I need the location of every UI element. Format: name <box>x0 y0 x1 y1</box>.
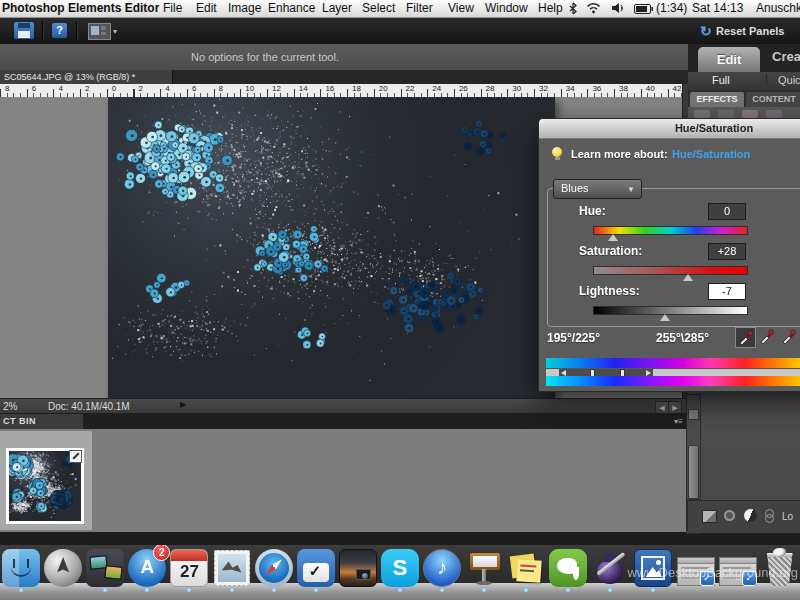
ruler-label: 10 <box>245 84 254 93</box>
dock: A227✓S♪✓✓ www.DesktopBackground.org <box>0 545 800 600</box>
reset-panels-icon[interactable]: ↻ <box>700 23 712 39</box>
effects-thumb-icon[interactable] <box>766 110 782 118</box>
tab-effects[interactable]: EFFECTS <box>690 92 744 107</box>
ink-icon[interactable] <box>590 548 630 588</box>
safari-icon[interactable] <box>254 548 294 588</box>
slider-value-lightness[interactable]: -7 <box>708 283 746 300</box>
eyedropper-icon[interactable] <box>735 327 756 348</box>
tab-quick[interactable]: Quick <box>778 74 800 86</box>
chevron-down-icon: ▼ <box>627 181 635 198</box>
finder-icon[interactable] <box>1 548 41 588</box>
reset-panels-button[interactable]: Reset Panels <box>716 25 784 37</box>
skype-icon[interactable]: S <box>380 548 420 588</box>
eyedropper-plus-icon[interactable] <box>757 327 776 346</box>
menu-select[interactable]: Select <box>362 1 395 16</box>
lock-label: Lo <box>782 511 793 522</box>
tab-create[interactable]: Create <box>772 49 800 64</box>
mask-icon[interactable] <box>724 510 735 521</box>
slider-label-hue: Hue: <box>579 204 606 218</box>
calendar-icon[interactable]: 27 <box>169 548 209 588</box>
scrollbar-thumb[interactable] <box>688 445 699 499</box>
new-layer-icon[interactable] <box>702 510 717 523</box>
mail-icon[interactable] <box>212 548 252 588</box>
menu-enhance[interactable]: Enhance <box>268 1 315 16</box>
menu-edit[interactable]: Edit <box>196 1 217 16</box>
itunes-icon[interactable]: ♪ <box>422 548 462 588</box>
keynote-icon[interactable] <box>464 548 504 588</box>
menu-file[interactable]: File <box>163 1 182 16</box>
tab-edit[interactable]: Edit <box>698 47 760 72</box>
slider-track[interactable] <box>593 266 748 275</box>
slider-thumb[interactable] <box>608 234 618 241</box>
wallpapers-icon[interactable] <box>85 548 125 588</box>
tool-options-message: No options for the current tool. <box>150 51 380 63</box>
wifi-icon[interactable] <box>586 2 601 18</box>
document-tab-bar: SC05644.JPG @ 13% (RGB/8) * <box>0 70 690 84</box>
running-indicator-light <box>397 588 403 592</box>
menu-bar: Photoshop Elements Editor FileEditImageE… <box>0 0 800 18</box>
document-image[interactable] <box>108 97 555 398</box>
stickies-icon[interactable] <box>506 548 546 588</box>
bluetooth-icon[interactable] <box>568 2 578 19</box>
watermark: www.DesktopBackground.org <box>627 565 798 580</box>
user-name[interactable]: Anuschk <box>756 1 800 16</box>
tab-full[interactable]: Full <box>712 74 730 86</box>
save-icon[interactable] <box>14 22 34 39</box>
hue-spectrum-top <box>546 358 800 368</box>
menu-window[interactable]: Window <box>485 1 528 16</box>
ruler-label: 6 <box>192 84 196 93</box>
panel-mode-tabs: Edit Create <box>688 44 800 72</box>
adjustment-layer-icon[interactable] <box>744 509 757 522</box>
project-bin <box>0 429 690 532</box>
ruler-label: 6 <box>32 84 36 93</box>
document-tab[interactable]: SC05644.JPG @ 13% (RGB/8) * <box>0 70 173 84</box>
volume-icon[interactable] <box>611 2 625 18</box>
effects-thumb-icon[interactable] <box>694 110 710 118</box>
app-menu-title[interactable]: Photoshop Elements Editor <box>2 1 159 16</box>
battery-icon[interactable] <box>634 3 653 18</box>
help-icon[interactable]: ? <box>52 23 67 38</box>
ruler-label: 36 <box>592 84 601 93</box>
ruler-label: 24 <box>432 84 441 93</box>
ruler-label: 42 <box>673 84 682 93</box>
ruler-label: 8 <box>5 84 9 93</box>
slider-value-saturation[interactable]: +28 <box>708 243 746 260</box>
arrange-windows-icon[interactable] <box>88 23 111 40</box>
project-bin-tab[interactable]: CT BIN <box>0 414 83 429</box>
link-layers-icon[interactable] <box>765 509 774 523</box>
slider-value-hue[interactable]: 0 <box>708 203 746 220</box>
menu-layer[interactable]: Layer <box>322 1 352 16</box>
menu-filter[interactable]: Filter <box>406 1 433 16</box>
ruler-label: 14 <box>299 84 308 93</box>
photos-icon[interactable] <box>338 548 378 588</box>
project-bin-selected-cell[interactable] <box>0 431 92 530</box>
channel-dropdown[interactable]: Blues ▼ <box>553 179 642 199</box>
effects-thumb-icon[interactable] <box>718 110 734 118</box>
evernote-icon[interactable] <box>548 548 588 588</box>
effects-thumb-icon[interactable] <box>742 110 758 118</box>
menu-view[interactable]: View <box>448 1 474 16</box>
app-store-icon[interactable]: A2 <box>127 548 167 588</box>
zoom-level[interactable]: 2% <box>3 401 17 412</box>
panel-menu-icon[interactable]: ▾≡ <box>674 417 683 426</box>
menu-help[interactable]: Help <box>538 1 563 16</box>
menu-clock[interactable]: Sat 14:13 <box>692 1 743 16</box>
launchpad-icon[interactable] <box>43 548 83 588</box>
lightbulb-icon <box>552 147 563 161</box>
dialog-title-bar[interactable]: Hue/Saturation <box>539 119 800 139</box>
thumbnail-edited-badge <box>69 450 82 463</box>
status-menu-arrow-icon[interactable]: ▶ <box>180 400 186 409</box>
slider-track[interactable] <box>593 306 748 315</box>
hue-saturation-dialog: Hue/Saturation Learn more about: Hue/Sat… <box>538 118 800 392</box>
learn-more-link[interactable]: Hue/Saturation <box>672 148 750 160</box>
horizontal-ruler: 8642024681012141618202224262830323436384… <box>0 84 682 98</box>
tab-content[interactable]: CONTENT <box>746 92 800 107</box>
project-bin-thumbnail[interactable] <box>6 448 84 524</box>
ruler-label: 30 <box>512 84 521 93</box>
things-icon[interactable]: ✓ <box>296 548 336 588</box>
chevron-down-icon[interactable]: ▾ <box>113 27 117 36</box>
slider-thumb[interactable] <box>683 274 693 281</box>
menu-image[interactable]: Image <box>228 1 261 16</box>
eyedropper-minus-icon[interactable] <box>779 327 798 346</box>
slider-thumb[interactable] <box>660 314 670 321</box>
